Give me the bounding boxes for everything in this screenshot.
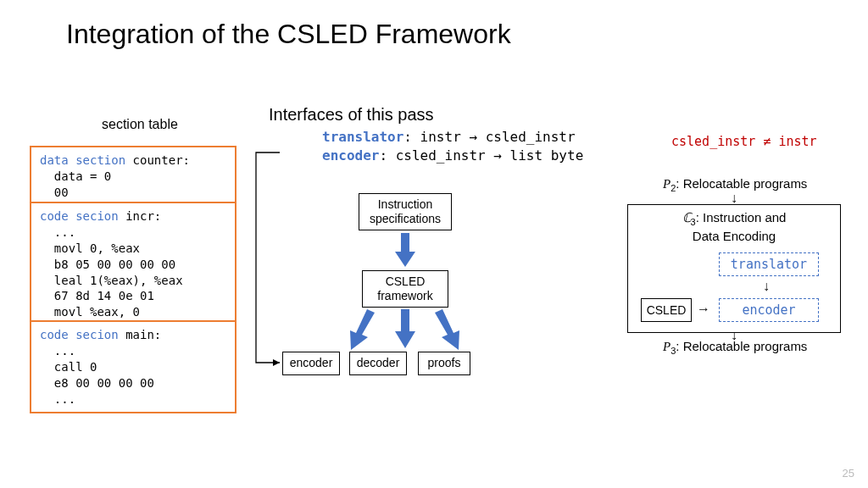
- p3-label: P3: Relocatable programs: [663, 339, 807, 356]
- encoder-dashed-box: encoder: [719, 298, 819, 322]
- proofs-box: proofs: [418, 352, 470, 375]
- slide-title: Integration of the CSLED Framework: [66, 19, 511, 50]
- decoder-box: decoder: [349, 352, 407, 375]
- svg-marker-0: [395, 233, 415, 267]
- section-table-label: section table: [102, 117, 178, 132]
- inequality-note: csled_instr ≠ instr: [671, 134, 817, 149]
- arrow-right-icon: →: [697, 302, 710, 316]
- arrow-down-icon: ↓: [731, 191, 737, 205]
- instruction-spec-box: Instruction specifications: [359, 193, 452, 230]
- svg-marker-3: [435, 309, 459, 350]
- arrow-down-icon: [395, 233, 415, 267]
- interfaces-heading: Interfaces of this pass: [269, 105, 434, 125]
- arrow-down-icon: [395, 309, 415, 348]
- arrow-down-right-icon: [432, 309, 466, 350]
- page-number: 25: [843, 467, 854, 480]
- encoder-signature: encoder: csled_instr → list byte: [322, 147, 583, 164]
- bracket-connector: [246, 151, 275, 371]
- arrow-down-left-icon: [343, 309, 377, 350]
- translator-signature: translator: instr → csled_instr: [322, 129, 576, 145]
- svg-marker-4: [273, 359, 280, 366]
- arrow-down-icon: ↓: [763, 280, 770, 293]
- code-section-main-box: code secion main: ... call 0 e8 00 00 00…: [30, 320, 236, 413]
- svg-marker-1: [395, 309, 415, 348]
- svg-marker-2: [350, 309, 375, 350]
- csled-small-box: CSLED: [641, 298, 692, 322]
- data-section-box: data section counter: data = 0 00: [30, 146, 236, 208]
- translator-dashed-box: translator: [719, 252, 819, 276]
- encoder-box: encoder: [282, 352, 340, 375]
- csled-framework-box: CSLED framework: [362, 270, 448, 308]
